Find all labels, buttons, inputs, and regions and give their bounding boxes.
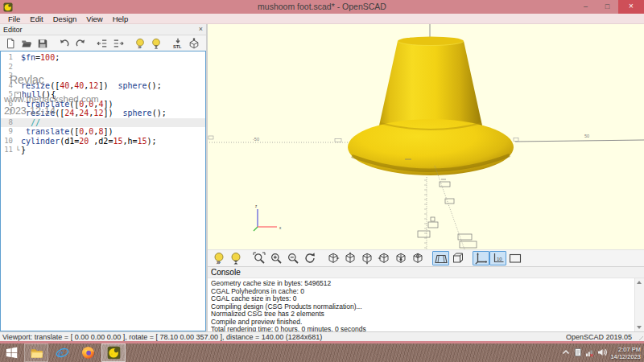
taskbar-file-explorer[interactable] bbox=[24, 343, 48, 362]
scroll-down-arrow-icon[interactable] bbox=[637, 326, 642, 329]
menu-file[interactable]: File bbox=[3, 14, 25, 23]
code-line-10[interactable]: 10cylinder(d1=20 ,d2=15,h=15); bbox=[1, 137, 205, 146]
view-left-button[interactable] bbox=[375, 251, 392, 265]
reset-view-button[interactable] bbox=[301, 251, 318, 265]
fold-marker-icon[interactable]: - bbox=[14, 92, 21, 98]
printer-3d-button[interactable] bbox=[186, 36, 202, 50]
zoom-in-button[interactable] bbox=[267, 251, 284, 265]
code-line-11[interactable]: 11└} bbox=[1, 146, 205, 155]
line-number: 8 bbox=[1, 118, 14, 128]
code-line-3[interactable]: 3 bbox=[1, 72, 205, 81]
line-number: 11 bbox=[1, 146, 14, 155]
view-front-button[interactable] bbox=[392, 251, 409, 265]
taskbar-firefox[interactable] bbox=[76, 343, 100, 362]
open-folder-icon bbox=[21, 38, 32, 49]
tray-tray-app[interactable] bbox=[573, 346, 583, 360]
view-bottom-icon bbox=[361, 252, 374, 265]
show-scale-markers-button[interactable]: 10 bbox=[489, 251, 506, 265]
gutter bbox=[14, 81, 21, 91]
menu-design[interactable]: Design bbox=[48, 14, 82, 23]
gutter bbox=[14, 137, 21, 146]
code-line-4[interactable]: 4resize([40,40,12]) sphere(); bbox=[1, 81, 205, 91]
tray-hidden-icons[interactable] bbox=[561, 346, 571, 360]
editor-toolbar: »STL bbox=[0, 35, 206, 51]
code-text: translate([0,0,4]) bbox=[21, 100, 113, 109]
editor-close-button[interactable]: × bbox=[199, 26, 203, 33]
taskbar-openscad[interactable] bbox=[101, 343, 126, 362]
svg-text:10: 10 bbox=[497, 257, 502, 261]
perspective-button[interactable] bbox=[432, 251, 449, 265]
taskbar-clock[interactable]: 2:07 PM 14/12/2023 bbox=[610, 346, 641, 360]
code-text: // bbox=[21, 118, 40, 128]
new-file-button[interactable] bbox=[2, 36, 19, 50]
code-text: hull(){ bbox=[22, 90, 56, 100]
indent-button[interactable] bbox=[110, 36, 126, 50]
orthographic-button[interactable] bbox=[449, 251, 466, 265]
gutter bbox=[14, 72, 21, 81]
menu-view[interactable]: View bbox=[81, 14, 107, 23]
gutter bbox=[14, 53, 21, 63]
undo-button[interactable] bbox=[56, 36, 72, 50]
view-back-button[interactable] bbox=[409, 251, 426, 265]
version-label: OpenSCAD 2019.05 bbox=[566, 333, 642, 341]
line-number: 2 bbox=[1, 63, 14, 72]
console-line: Total rendering time: 0 hours, 0 minutes… bbox=[211, 326, 633, 331]
view-bottom-button[interactable] bbox=[358, 251, 375, 265]
viewport-status: Viewport: translate = [ 0.00 0.00 0.00 ]… bbox=[2, 333, 322, 341]
redo-button[interactable] bbox=[72, 36, 89, 50]
undo-icon bbox=[59, 38, 70, 49]
taskbar-internet-explorer[interactable]: e bbox=[50, 343, 74, 362]
tray-volume[interactable] bbox=[597, 346, 607, 360]
render-button[interactable] bbox=[227, 251, 244, 265]
view-all-button[interactable] bbox=[506, 251, 523, 265]
preview-icon: » bbox=[213, 252, 225, 265]
menu-edit[interactable]: Edit bbox=[25, 14, 47, 23]
perspective-icon bbox=[435, 252, 448, 265]
clock-time: 2:07 PM bbox=[610, 346, 641, 353]
axis-indicator: z x bbox=[254, 204, 282, 231]
x-axis-label-pos: 50 bbox=[584, 134, 589, 138]
unindent-button[interactable] bbox=[94, 36, 110, 50]
tray-network-error[interactable]: × bbox=[585, 346, 595, 360]
start-button[interactable] bbox=[0, 343, 23, 362]
line-number: 9 bbox=[1, 127, 14, 137]
code-line-5[interactable]: 5-hull(){ bbox=[1, 90, 205, 100]
show-axes-button[interactable] bbox=[473, 251, 489, 265]
code-text: $fn=100; bbox=[21, 53, 60, 63]
show-scale-markers-icon: 10 bbox=[492, 252, 505, 265]
render-button[interactable] bbox=[148, 36, 164, 50]
menu-help[interactable]: Help bbox=[108, 14, 134, 23]
preview-button[interactable]: » bbox=[210, 251, 227, 265]
code-editor[interactable]: 1$fn=100;234resize([40,40,12]) sphere();… bbox=[0, 51, 206, 331]
editor-dock-header[interactable]: Editor × bbox=[0, 24, 206, 35]
svg-text:×: × bbox=[590, 352, 593, 357]
scroll-up-arrow-icon[interactable] bbox=[637, 281, 642, 284]
title-bar[interactable]: mushoom foot.scad* - OpenSCAD – □ × bbox=[0, 0, 644, 14]
code-line-8[interactable]: 8 // bbox=[1, 118, 205, 128]
code-line-7[interactable]: 7 resize([24,24,12]) sphere(); bbox=[1, 109, 205, 118]
line-number: 7 bbox=[1, 109, 14, 118]
export-stl-button[interactable]: STL bbox=[170, 36, 186, 50]
code-line-6[interactable]: 6 translate([0,0,4]) bbox=[1, 100, 205, 109]
console-scrollbar[interactable] bbox=[634, 278, 644, 331]
zoom-all-button[interactable] bbox=[250, 251, 267, 265]
clock-date: 14/12/2023 bbox=[610, 353, 641, 360]
render-icon bbox=[229, 252, 242, 265]
gutter bbox=[14, 118, 21, 128]
view-right-button[interactable] bbox=[324, 251, 341, 265]
reset-view-icon bbox=[303, 252, 316, 265]
preview-button[interactable]: » bbox=[132, 36, 148, 50]
zoom-out-button[interactable] bbox=[284, 251, 301, 265]
zoom-in-icon bbox=[270, 252, 283, 265]
orthographic-icon bbox=[452, 252, 464, 265]
view-top-button[interactable] bbox=[341, 251, 358, 265]
save-button[interactable] bbox=[35, 36, 51, 50]
code-line-2[interactable]: 2 bbox=[1, 63, 205, 72]
openscad-icon bbox=[107, 346, 121, 360]
code-line-1[interactable]: 1$fn=100; bbox=[1, 53, 205, 63]
resize-grip-icon[interactable] bbox=[636, 333, 643, 340]
code-line-9[interactable]: 9 translate([0,0,8]) bbox=[1, 127, 205, 137]
3d-viewport[interactable]: -50 50 bbox=[208, 24, 644, 249]
open-folder-button[interactable] bbox=[19, 36, 35, 50]
code-text: resize([24,24,12]) sphere(); bbox=[21, 109, 167, 118]
